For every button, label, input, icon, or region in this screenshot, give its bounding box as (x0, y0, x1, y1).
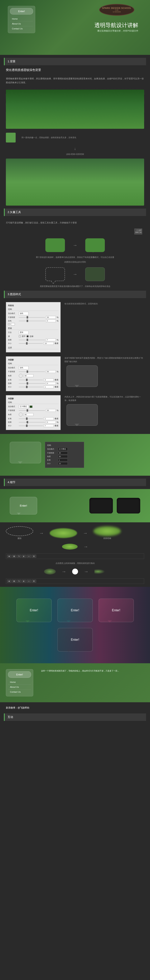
shape-caption-2: 此图形在后续会多次用到 (6, 261, 144, 263)
noise-slider[interactable] (19, 321, 45, 321)
size-slider[interactable] (19, 387, 43, 387)
rounded-rect-shape (45, 238, 65, 252)
tool-icon[interactable]: fx (17, 579, 21, 583)
author-credit: 新浪微博：@飞隐帮助 (6, 706, 144, 710)
tool-icon[interactable]: ▦ (12, 579, 16, 583)
enter-button[interactable]: Enter! (8, 671, 31, 678)
distance-slider[interactable] (19, 418, 43, 419)
masked-oval (44, 569, 56, 574)
opacity-slider[interactable] (19, 371, 45, 372)
nav-about[interactable]: About Us (8, 685, 31, 689)
swatch-caption: 同一面色的偏一点，否则会很脏；全暗或者全亮太多，没有变化 (22, 136, 144, 139)
inner-shadow-panel-2[interactable]: 内阴影 结构 混合模式正片叠底 不透明度30% 角度90 距离1像素 阻塞0% … (6, 395, 61, 430)
oval-green-glow (50, 528, 77, 538)
inner-glow-panel[interactable]: 内发光 结构 混合模式滤色 不透明度30% 杂色0% 图素 方法柔和 源居中 边… (6, 302, 61, 352)
vector-intro: 尽可能不是说明嘛，则打破它说说，形状工具矢量工具，方便修改尺寸变形 (0, 219, 150, 227)
oval-outline-shape (6, 526, 33, 536)
tool-icon[interactable]: ◐ (22, 555, 26, 558)
dark-style-panel[interactable]: 结构 混合模式正片叠底 不透明度30 角度90 距离1 大小10 (45, 442, 84, 468)
source-edge-radio[interactable] (27, 336, 28, 337)
blend-select[interactable]: 正片叠底 (58, 447, 68, 451)
arrow-right-icon: → (73, 242, 77, 248)
tool-icon[interactable]: ◉ (7, 555, 11, 558)
blur-label: 高斯模糊 (103, 537, 111, 540)
enter-bubble-demo: Enter! (10, 497, 37, 514)
glass-on-green-demo (10, 442, 41, 463)
nav-home[interactable]: Home (10, 16, 33, 21)
choke-slider[interactable] (19, 340, 45, 340)
size-slider[interactable] (19, 343, 43, 344)
blend-mode-select[interactable]: 正片叠底 (19, 405, 28, 408)
section-3-header: 3.图层样式 (4, 291, 146, 298)
outline-shape-row: → (6, 267, 144, 281)
angle-dial[interactable] (19, 412, 23, 417)
toolbar-caption: 点击图层上的添加蒙版，用黑色画笔进行拖动 (6, 562, 144, 565)
page-title: 透明导航设计讲解 (95, 22, 138, 29)
color-swatch-white[interactable] (11, 323, 15, 325)
angle-dial[interactable] (19, 374, 23, 378)
final-nav-panel: Enter! Home About Us Contact Us (6, 669, 33, 697)
layer-style-row-2: 内阴影 结构 混合模式滤色 不透明度50% 角度90 距离3像素 阻塞0% 大小… (6, 356, 144, 391)
color-swatch-row: 同一面色的偏一点，否则会很脏；全暗或者全亮太多，没有变化 (6, 133, 144, 143)
brush-circle (72, 569, 78, 574)
blur-filter-label: 滤镜>模糊>高斯模糊 (0, 153, 150, 156)
inner-shadow-panel[interactable]: 内阴影 结构 混合模式滤色 不透明度50% 角度90 距离3像素 阻塞0% 大小… (6, 356, 61, 391)
size-slider[interactable] (19, 425, 43, 426)
header-banner: Enter! Home About Us Contact Us SPARK DE… (0, 0, 150, 55)
final-bubble-pink: Enter! (99, 598, 134, 622)
arrow-right-icon: → (39, 530, 44, 536)
tool-icon[interactable]: 🗑 (32, 579, 36, 583)
panel-3-desc: 内高光上方，内部反射光的放大看了仿真玻璃要换，可以试试换方向，以及用颜色调色一块… (65, 395, 144, 402)
tool-icon[interactable]: 🗑 (32, 555, 36, 558)
nav-home[interactable]: Home (8, 680, 31, 685)
bg-description: 透明物体通常看起来像半透明，所以透明的效果、用半透明的底色需要用深色调背景来衬托… (0, 75, 150, 87)
tool-icon[interactable]: ▭ (27, 579, 31, 583)
enter-button[interactable]: Enter! (10, 8, 33, 14)
choke-slider[interactable] (19, 422, 45, 423)
nav-about[interactable]: About Us (10, 21, 33, 26)
panel-1-desc: 给当前形状添加图层样式，设置内发光 (65, 302, 144, 305)
arrow-down-icon: ↓ (0, 146, 150, 151)
opacity-slider[interactable] (19, 410, 45, 411)
nav-contact[interactable]: Contact Us (10, 26, 33, 31)
section-4-header: 4.细节 (4, 479, 146, 486)
delete-label: 删除 (17, 537, 22, 540)
color-radio[interactable] (8, 323, 10, 325)
mask-flow-row: → → (6, 569, 144, 574)
speech-bubble-shape (85, 238, 105, 252)
ps-toolbar-2[interactable]: ◉ ▦ fx ◐ ▭ 🗑 (6, 578, 144, 584)
dark-inset-demo-1 (89, 498, 113, 514)
section-5-header: 互动 (4, 713, 146, 721)
arrow-right-icon: → (73, 272, 77, 277)
arrow-right-icon: → (84, 544, 88, 549)
method-select[interactable]: 柔和 (19, 331, 28, 334)
transparent-shape (85, 267, 105, 281)
section-2-header: 2.矢量工具 (4, 208, 146, 216)
opacity-slider[interactable] (19, 317, 45, 318)
tool-icon[interactable]: ◐ (22, 579, 26, 583)
final-bubble-dark: Enter! (57, 628, 93, 652)
layer-style-row-1: 内发光 结构 混合模式滤色 不透明度30% 杂色0% 图素 方法柔和 源居中 边… (6, 302, 144, 352)
blurred-background (6, 159, 144, 205)
distance-slider[interactable] (19, 380, 43, 380)
badge-title: SPARK DESIGN SCHOOL (102, 7, 131, 9)
source-center-radio[interactable] (19, 336, 21, 337)
school-badge: SPARK DESIGN SCHOOL FOR UI DESIGN (99, 4, 134, 16)
arrow-right-icon: → (62, 569, 66, 574)
wheat-field-image (6, 89, 144, 129)
shape-caption: 两个形状进行相加时，选择要单行的点后形状，形状在下布局是重叠模式，可以自己试试看 (6, 256, 144, 259)
blend-mode-select[interactable]: 滤色 (19, 366, 28, 369)
tool-icon[interactable]: ▭ (27, 555, 31, 558)
oval-blurred (93, 526, 121, 536)
tool-icon[interactable]: ▦ (12, 555, 16, 558)
nav-contact[interactable]: Contact Us (8, 689, 31, 694)
green-demo-section: 结构 混合模式正片叠底 不透明度30 角度90 距离1 大小10 (0, 434, 150, 476)
blend-mode-select[interactable]: 滤色 (19, 312, 28, 315)
tool-icon[interactable]: fx (17, 555, 21, 558)
shadow-color-swatch[interactable] (30, 406, 32, 408)
tool-preview-icon: ▢ 自定形状工具 (134, 229, 142, 234)
tool-icon[interactable]: ◉ (7, 579, 11, 583)
small-oval-row: → (6, 544, 144, 550)
choke-slider[interactable] (19, 383, 45, 384)
ps-toolbar-1[interactable]: ◉ ▦ fx ◐ ▭ 🗑 (6, 554, 144, 559)
